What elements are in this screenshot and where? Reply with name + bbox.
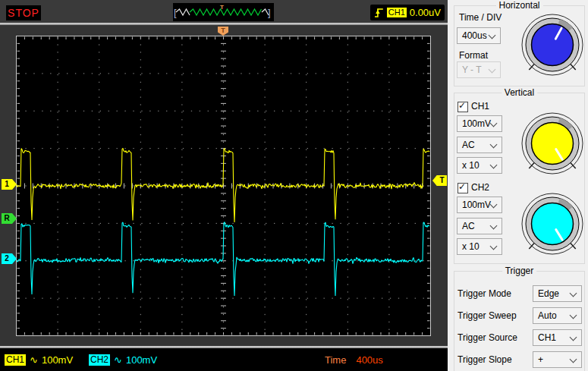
waveform-preview-strip[interactable]: T [ ] — [173, 3, 274, 21]
format-select[interactable]: Y - T — [457, 61, 501, 78]
horizontal-knob[interactable] — [520, 13, 584, 77]
ch1-checkbox[interactable]: ✓ — [458, 102, 468, 112]
ch1-checkbox-label: CH1 — [471, 101, 489, 112]
ch1-scale: 100mV — [42, 354, 73, 366]
trigger-source-badge: CH1 — [387, 8, 407, 17]
trigger-source-select[interactable]: CH1 — [533, 329, 582, 346]
chevron-down-icon — [490, 243, 498, 250]
chevron-down-icon — [570, 356, 577, 363]
trigger-mode-select[interactable]: Edge — [533, 285, 582, 302]
chevron-down-icon — [570, 334, 577, 341]
horizontal-group-title: Horizontal — [495, 0, 542, 11]
ch1-coupling-select[interactable]: AC — [457, 137, 502, 153]
time-label: Time — [325, 354, 346, 366]
trigger-slope-label: Trigger Slope — [458, 354, 512, 365]
ch2-checkbox[interactable]: ✓ — [458, 183, 468, 193]
trigger-source-label: Trigger Source — [458, 332, 517, 343]
ch2-coupling-icon: ∿ — [114, 354, 122, 366]
chevron-down-icon — [489, 32, 496, 39]
ch2-volts-select[interactable]: 100mV — [457, 197, 502, 213]
ch1-readout: CH1 ∿ 100mV — [5, 348, 73, 371]
ch2-probe-value: x 10 — [462, 239, 480, 254]
time-readout: Time 400us — [325, 348, 383, 371]
status-bar: CH1 ∿ 100mV CH2 ∿ 100mV Time 400us — [0, 348, 448, 371]
time-value: 400us — [356, 354, 382, 366]
scope-display-area: T1R2T — [0, 25, 448, 346]
ch2-scale: 100mV — [126, 354, 157, 366]
trigger-sweep-value: Auto — [538, 308, 557, 323]
ch2-readout: CH2 ∿ 100mV — [89, 348, 157, 371]
chevron-down-icon — [490, 120, 498, 127]
ch1-volts-select[interactable]: 100mV — [457, 115, 502, 132]
ch1-probe-select[interactable]: x 10 — [457, 157, 502, 174]
chevron-down-icon — [489, 66, 496, 74]
ch1-volts-value: 100mV — [462, 116, 491, 131]
time-div-label: Time / DIV — [459, 12, 502, 23]
trigger-slope-value: + — [538, 352, 543, 367]
trigger-source-value: CH1 — [538, 330, 556, 345]
ch1-badge: CH1 — [5, 354, 26, 366]
trigger-mode-value: Edge — [538, 286, 559, 301]
check-icon: ✓ — [458, 100, 466, 111]
trigger-mode-label: Trigger Mode — [458, 288, 511, 299]
stop-button[interactable]: STOP — [6, 5, 41, 20]
trigger-level-value: 0.00uV — [410, 7, 441, 18]
chevron-down-icon — [570, 290, 577, 297]
trigger-readout: CH1 0.00uV — [370, 5, 445, 20]
chevron-down-icon — [490, 141, 498, 149]
chevron-down-icon — [570, 312, 577, 319]
ch2-checkbox-label: CH2 — [471, 182, 489, 193]
chevron-down-icon — [490, 201, 498, 209]
rising-edge-trigger-icon — [374, 6, 384, 20]
trigger-slope-select[interactable]: + — [533, 351, 582, 368]
top-toolbar: STOP T [ ] CH1 0.00uV — [0, 0, 448, 23]
ch1-probe-value: x 10 — [462, 158, 480, 173]
ch2-coupling-value: AC — [462, 219, 475, 234]
ch2-probe-select[interactable]: x 10 — [457, 238, 502, 255]
chevron-down-icon — [490, 162, 498, 169]
ch1-coupling-icon: ∿ — [30, 354, 38, 366]
ch1-knob[interactable] — [520, 112, 584, 175]
time-div-select[interactable]: 400us — [457, 27, 501, 44]
scope-display — [0, 25, 448, 346]
ch2-volts-value: 100mV — [462, 197, 491, 212]
preview-left-bracket[interactable]: [ — [174, 7, 177, 18]
trigger-group-title: Trigger — [502, 266, 537, 276]
preview-waveform: T [ ] — [173, 3, 274, 21]
format-label: Format — [459, 50, 488, 61]
ch2-knob[interactable] — [520, 192, 584, 256]
ch2-coupling-select[interactable]: AC — [457, 218, 502, 234]
ch2-badge: CH2 — [89, 354, 110, 366]
control-panel: Horizontal Time / DIV 400us Format Y - T… — [448, 0, 588, 371]
trigger-sweep-select[interactable]: Auto — [533, 307, 582, 324]
vertical-group-title: Vertical — [502, 87, 537, 98]
chevron-down-icon — [490, 222, 498, 230]
format-value: Y - T — [462, 62, 482, 77]
preview-right-bracket[interactable]: ] — [268, 7, 271, 18]
trigger-sweep-label: Trigger Sweep — [458, 310, 517, 321]
ch1-coupling-value: AC — [462, 137, 475, 152]
check-icon: ✓ — [458, 181, 466, 192]
time-div-value: 400us — [462, 28, 487, 43]
